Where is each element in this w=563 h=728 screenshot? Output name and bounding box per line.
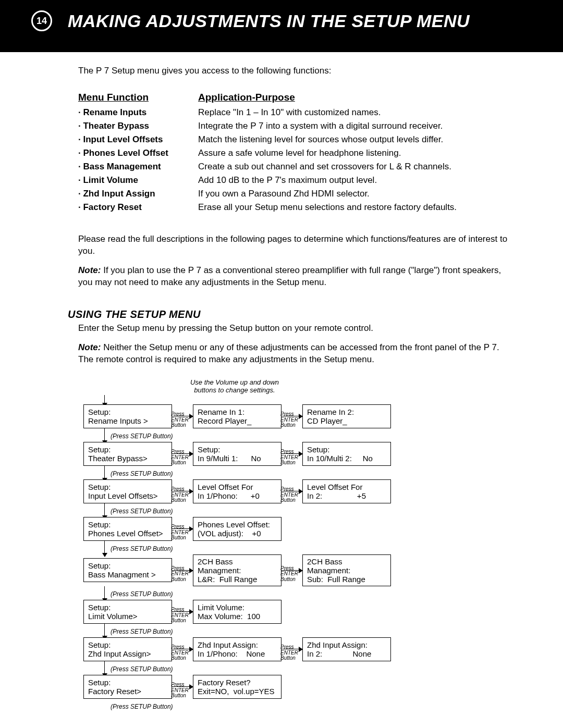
diagram-step-box: Setup:Bass Managment > bbox=[83, 558, 172, 582]
diagram-step-box: Rename In 1:Record Player_ bbox=[193, 404, 282, 428]
step-box-line2: In 10/Multi 2: No bbox=[307, 454, 386, 463]
diagram-row: Setup:Input Level Offsets>PressENTERButt… bbox=[83, 479, 490, 503]
menu-function-cell: · Theater Bypass bbox=[78, 121, 182, 131]
enter-arrow: PressENTERButton bbox=[282, 570, 302, 571]
diagram-row: Setup:Theater Bypass>PressENTERButtonSet… bbox=[83, 442, 490, 466]
enter-arrow: PressENTERButton bbox=[172, 686, 193, 687]
note-label: Note: bbox=[78, 342, 101, 352]
diagram-step-box: Setup:Phones Level Offset> bbox=[83, 517, 172, 541]
step-box-line1: 2CH Bass Managment: bbox=[198, 557, 277, 575]
enter-arrow: PressENTERButton bbox=[172, 570, 193, 571]
diagram-step-box: Zhd Input Assign:In 2: None bbox=[302, 637, 391, 661]
enter-arrow: PressENTERButton bbox=[172, 453, 193, 454]
step-box-line1: Setup: bbox=[88, 408, 167, 416]
col-header-application-purpose: Application-Purpose bbox=[198, 92, 295, 103]
setup-button-connector: (Press SETUP Button) bbox=[104, 588, 490, 600]
note-label: Note: bbox=[78, 265, 101, 275]
step-box-line1: Setup: bbox=[88, 483, 167, 491]
diagram-step-box: Phones Level Offset:(VOL adjust): +0 bbox=[193, 517, 282, 541]
menu-function-cell: · Input Level Offsets bbox=[78, 134, 182, 145]
step-box-line1: Zhd Input Assign: bbox=[307, 640, 386, 649]
initial-down-arrow bbox=[104, 395, 490, 404]
enter-arrow: PressENTERButton bbox=[172, 528, 193, 529]
application-purpose-cell: Create a sub out channel and set crossov… bbox=[198, 162, 516, 172]
table-row: · Bass ManagementCreate a sub out channe… bbox=[78, 162, 516, 172]
enter-arrow: PressENTERButton bbox=[282, 416, 302, 416]
step-box-line2: In 2: +5 bbox=[307, 491, 386, 500]
application-purpose-cell: Erase all your Setup menu selections and… bbox=[198, 202, 516, 213]
application-purpose-cell: Add 10 dB to the P 7's maximum output le… bbox=[198, 175, 516, 186]
diagram-step-box: Setup:Factory Reset> bbox=[83, 675, 172, 699]
table-row: · Limit VolumeAdd 10 dB to the P 7's max… bbox=[78, 175, 516, 186]
diagram-row: Setup:Zhd Input Assign>PressENTERButtonZ… bbox=[83, 637, 490, 661]
diagram-step-box: 2CH Bass Managment:Sub: Full Range bbox=[302, 554, 391, 586]
step-box-line2: Exit=NO, vol.up=YES bbox=[198, 687, 277, 696]
enter-arrow: PressENTERButton bbox=[282, 649, 302, 649]
setup-button-connector: (Press SETUP Button) bbox=[104, 505, 490, 517]
setup-button-label: (Press SETUP Button) bbox=[111, 508, 173, 515]
step-box-line1: Setup: bbox=[88, 520, 167, 529]
note-text: Neither the Setup menu or any of these a… bbox=[78, 342, 499, 364]
enter-arrow: PressENTERButton bbox=[172, 491, 193, 491]
table-row: · Rename InputsReplace "In 1 – In 10" wi… bbox=[78, 107, 516, 118]
step-box-line2: (VOL adjust): +0 bbox=[198, 529, 277, 538]
diagram-row: Setup:Phones Level Offset>PressENTERButt… bbox=[83, 517, 490, 541]
enter-arrow: PressENTERButton bbox=[282, 491, 302, 491]
step-box-line2: Max Volume: 100 bbox=[198, 612, 277, 621]
step-box-line1: Setup: bbox=[307, 445, 386, 454]
diagram-step-box: Zhd Input Assign:In 1/Phono: None bbox=[193, 637, 282, 661]
application-purpose-cell: Assure a safe volume level for headphone… bbox=[198, 148, 516, 158]
step-box-line1: Factory Reset? bbox=[198, 678, 277, 687]
menu-function-cell: · Bass Management bbox=[78, 162, 182, 172]
diagram-step-box: Setup:Rename Inputs > bbox=[83, 404, 172, 428]
note-text: If you plan to use the P 7 as a conventi… bbox=[78, 265, 501, 287]
step-box-line1: Setup: bbox=[88, 445, 167, 454]
diagram-top-hint: Use the Volume up and down buttons to ch… bbox=[182, 378, 287, 394]
step-box-line2: Theater Bypass> bbox=[88, 454, 167, 463]
setup-button-label: (Press SETUP Button) bbox=[111, 545, 173, 552]
step-box-line1: Setup: bbox=[88, 603, 167, 612]
diagram-row: Setup:Bass Managment >PressENTERButton2C… bbox=[83, 554, 490, 586]
step-box-line1: Setup: bbox=[198, 445, 277, 454]
diagram-row: Setup:Factory Reset>PressENTERButtonFact… bbox=[83, 675, 490, 699]
step-box-line2: Factory Reset> bbox=[88, 687, 167, 696]
application-purpose-cell: Match the listening level for sources wh… bbox=[198, 134, 516, 145]
setup-button-connector: (Press SETUP Button) bbox=[104, 663, 490, 675]
step-box-line2: In 1/Phono: +0 bbox=[198, 491, 277, 500]
paragraph: Enter the Setup menu by pressing the Set… bbox=[78, 323, 516, 335]
menu-function-cell: · Limit Volume bbox=[78, 175, 182, 186]
step-box-line1: Limit Volume: bbox=[198, 603, 277, 612]
step-box-line2: Limit Volume> bbox=[88, 612, 167, 621]
enter-arrow: PressENTERButton bbox=[282, 453, 302, 454]
diagram-row: Setup:Limit Volume>PressENTERButtonLimit… bbox=[83, 600, 490, 624]
page-number: 14 bbox=[36, 16, 47, 27]
application-purpose-cell: Integrate the P 7 into a system with a d… bbox=[198, 121, 516, 131]
step-box-line1: Zhd Input Assign: bbox=[198, 640, 277, 649]
diagram-step-box: Level Offset ForIn 2: +5 bbox=[302, 479, 391, 503]
menu-function-cell: · Rename Inputs bbox=[78, 107, 182, 118]
application-purpose-cell: If you own a Parasound Zhd HDMI selector… bbox=[198, 189, 516, 199]
application-purpose-cell: Replace "In 1 – In 10" with customized n… bbox=[198, 107, 516, 118]
diagram-step-box: Rename In 2:CD Player_ bbox=[302, 404, 391, 428]
step-box-line2: In 1/Phono: None bbox=[198, 649, 277, 658]
content: The P 7 Setup menu gives you access to t… bbox=[0, 52, 563, 728]
enter-arrow: PressENTERButton bbox=[172, 416, 193, 416]
step-box-line1: Phones Level Offset: bbox=[198, 520, 277, 529]
menu-function-table: Menu Function Application-Purpose · Rena… bbox=[78, 92, 516, 213]
step-box-line1: Setup: bbox=[88, 640, 167, 649]
step-box-line1: Setup: bbox=[88, 561, 167, 570]
page-number-badge: 14 bbox=[31, 10, 52, 31]
diagram-step-box: Level Offset ForIn 1/Phono: +0 bbox=[193, 479, 282, 503]
setup-button-label: (Press SETUP Button) bbox=[111, 665, 173, 673]
step-box-line1: Level Offset For bbox=[198, 483, 277, 491]
note-paragraph: Note: Neither the Setup menu or any of t… bbox=[78, 342, 516, 366]
step-box-line2: In 2: None bbox=[307, 649, 386, 658]
step-box-line2: Record Player_ bbox=[198, 416, 277, 425]
step-box-line1: 2CH Bass Managment: bbox=[307, 557, 386, 575]
step-box-line1: Rename In 1: bbox=[198, 408, 277, 416]
enter-arrow: PressENTERButton bbox=[172, 649, 193, 649]
setup-button-connector: (Press SETUP Button) bbox=[104, 543, 490, 554]
diagram-step-box: Setup:Theater Bypass> bbox=[83, 442, 172, 466]
step-box-line2: Input Level Offsets> bbox=[88, 491, 167, 500]
page-title: MAKING ADJUSTMENTS IN THE SETUP MENU bbox=[68, 11, 470, 31]
